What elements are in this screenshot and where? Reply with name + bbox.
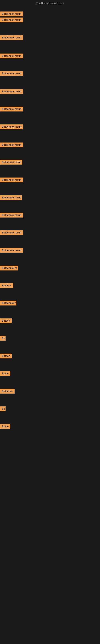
- bottleneck-badge: Bottleneck result: [0, 142, 23, 147]
- bottleneck-result-item[interactable]: Bottle: [0, 371, 10, 377]
- bottleneck-badge: Bottleneck result: [0, 213, 23, 218]
- bottleneck-result-item[interactable]: Bottleneck result: [0, 230, 23, 236]
- bottleneck-result-item[interactable]: Bottleneck result: [0, 178, 23, 183]
- bottleneck-result-item[interactable]: Bottleneck result: [0, 124, 23, 130]
- bottleneck-badge: Bottleneck result: [0, 160, 22, 164]
- bottleneck-badge: Bottleneck result: [0, 248, 23, 253]
- bottleneck-badge: Bottleneck re: [0, 266, 18, 270]
- bottleneck-badge: Bottleneck result: [0, 195, 22, 200]
- bottleneck-badge: Bottleneck result: [0, 230, 23, 235]
- bottleneck-badge: Bottlenec: [0, 389, 15, 394]
- bottleneck-badge: Bottleneck result: [0, 18, 23, 22]
- bottleneck-result-item[interactable]: Bottleneck result: [0, 71, 23, 77]
- bottleneck-result-item[interactable]: Bottleneck result: [0, 142, 23, 148]
- bottleneck-result-item[interactable]: Bottlen: [0, 318, 12, 324]
- bottleneck-badge: Bottleneck result: [0, 89, 23, 94]
- bottleneck-result-item[interactable]: Bottleneck result: [0, 54, 23, 59]
- bottleneck-badge: Bottlen: [0, 354, 12, 358]
- bottleneck-result-item[interactable]: Bottleneck result: [0, 195, 22, 201]
- bottleneck-badge: Bottle: [0, 371, 10, 376]
- bottleneck-result-item[interactable]: Bottlene: [0, 283, 13, 289]
- bottleneck-result-item[interactable]: Bottleneck r: [0, 301, 16, 306]
- bottleneck-result-item[interactable]: Bottleneck re: [0, 266, 18, 271]
- bottleneck-result-item[interactable]: Bottleneck result: [0, 12, 23, 17]
- bottleneck-result-item[interactable]: Bottle: [0, 424, 10, 430]
- bottleneck-badge: Bottleneck result: [0, 71, 23, 76]
- bottleneck-badge: Bottleneck r: [0, 301, 16, 306]
- bottleneck-badge: Bottleneck result: [0, 35, 23, 40]
- bottleneck-result-item[interactable]: Bottlen: [0, 354, 12, 359]
- bottleneck-badge: Bottleneck result: [0, 12, 23, 16]
- bottleneck-result-item[interactable]: Bottleneck result: [0, 160, 22, 166]
- bottleneck-badge: Bottlene: [0, 283, 13, 288]
- bottleneck-result-item[interactable]: Bottleneck result: [0, 107, 23, 112]
- bottleneck-result-item[interactable]: Bottleneck result: [0, 18, 23, 23]
- bottleneck-result-item[interactable]: Bottleneck result: [0, 35, 23, 41]
- bottleneck-badge: Bottleneck result: [0, 124, 23, 129]
- bottleneck-badge: Bo: [0, 406, 6, 411]
- bottleneck-badge: Bottleneck result: [0, 54, 23, 58]
- bottleneck-result-item[interactable]: Bottleneck result: [0, 213, 23, 218]
- bottleneck-result-item[interactable]: Bottlenec: [0, 389, 15, 394]
- bottleneck-result-item[interactable]: Bo: [0, 336, 6, 342]
- bottleneck-badge: Bottleneck result: [0, 107, 23, 112]
- bottleneck-badge: Bottlen: [0, 318, 12, 323]
- bottleneck-result-item[interactable]: Bo: [0, 406, 6, 412]
- bottleneck-badge: Bottle: [0, 424, 10, 429]
- bottleneck-badge: Bo: [0, 336, 6, 341]
- site-title: TheBottlenecker.com: [0, 0, 100, 6]
- bottleneck-badge: Bottleneck result: [0, 178, 23, 182]
- bottleneck-result-item[interactable]: Bottleneck result: [0, 248, 23, 254]
- bottleneck-result-item[interactable]: Bottleneck result: [0, 89, 23, 95]
